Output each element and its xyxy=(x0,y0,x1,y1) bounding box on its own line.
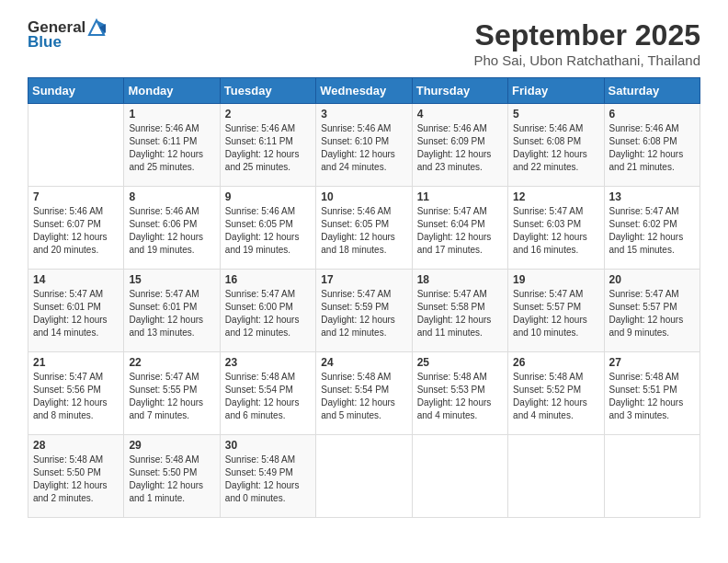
cell-w1-d5: 4Sunrise: 5:46 AM Sunset: 6:09 PM Daylig… xyxy=(412,104,507,187)
day-detail-6: Sunrise: 5:46 AM Sunset: 6:08 PM Dayligh… xyxy=(609,122,695,174)
day-detail-10: Sunrise: 5:46 AM Sunset: 6:05 PM Dayligh… xyxy=(321,205,406,257)
cell-w1-d7: 6Sunrise: 5:46 AM Sunset: 6:08 PM Daylig… xyxy=(604,104,700,187)
cell-w5-d1: 28Sunrise: 5:48 AM Sunset: 5:50 PM Dayli… xyxy=(28,435,124,518)
day-number-10: 10 xyxy=(321,190,406,203)
day-number-22: 22 xyxy=(129,356,214,369)
day-number-17: 17 xyxy=(321,273,406,286)
day-number-3: 3 xyxy=(321,108,406,121)
day-detail-14: Sunrise: 5:47 AM Sunset: 6:01 PM Dayligh… xyxy=(33,288,119,339)
day-detail-8: Sunrise: 5:46 AM Sunset: 6:06 PM Dayligh… xyxy=(129,205,214,257)
day-detail-22: Sunrise: 5:47 AM Sunset: 5:55 PM Dayligh… xyxy=(129,371,214,422)
day-detail-4: Sunrise: 5:46 AM Sunset: 6:09 PM Dayligh… xyxy=(417,122,503,174)
day-detail-2: Sunrise: 5:46 AM Sunset: 6:11 PM Dayligh… xyxy=(225,122,311,174)
day-detail-13: Sunrise: 5:47 AM Sunset: 6:02 PM Dayligh… xyxy=(609,205,695,257)
cell-w4-d3: 23Sunrise: 5:48 AM Sunset: 5:54 PM Dayli… xyxy=(220,352,315,435)
day-number-29: 29 xyxy=(129,439,214,452)
col-header-tuesday: Tuesday xyxy=(220,78,315,104)
cell-w3-d1: 14Sunrise: 5:47 AM Sunset: 6:01 PM Dayli… xyxy=(28,270,124,352)
cell-w4-d7: 27Sunrise: 5:48 AM Sunset: 5:51 PM Dayli… xyxy=(604,352,700,435)
cell-w3-d5: 18Sunrise: 5:47 AM Sunset: 5:58 PM Dayli… xyxy=(412,270,507,352)
cell-w3-d4: 17Sunrise: 5:47 AM Sunset: 5:59 PM Dayli… xyxy=(316,270,412,352)
day-number-20: 20 xyxy=(609,273,695,286)
day-detail-24: Sunrise: 5:48 AM Sunset: 5:54 PM Dayligh… xyxy=(321,371,406,422)
logo: General Blue xyxy=(28,18,106,52)
cell-w3-d7: 20Sunrise: 5:47 AM Sunset: 5:57 PM Dayli… xyxy=(604,270,700,352)
cell-w5-d3: 30Sunrise: 5:48 AM Sunset: 5:49 PM Dayli… xyxy=(220,435,315,518)
week-row-3: 14Sunrise: 5:47 AM Sunset: 6:01 PM Dayli… xyxy=(28,270,700,352)
day-detail-12: Sunrise: 5:47 AM Sunset: 6:03 PM Dayligh… xyxy=(513,205,598,257)
col-header-sunday: Sunday xyxy=(28,78,124,104)
cell-w1-d4: 3Sunrise: 5:46 AM Sunset: 6:10 PM Daylig… xyxy=(316,104,412,187)
cell-w2-d4: 10Sunrise: 5:46 AM Sunset: 6:05 PM Dayli… xyxy=(316,187,412,270)
day-detail-16: Sunrise: 5:47 AM Sunset: 6:00 PM Dayligh… xyxy=(225,288,311,339)
cell-w5-d4 xyxy=(316,435,412,518)
cell-w2-d7: 13Sunrise: 5:47 AM Sunset: 6:02 PM Dayli… xyxy=(604,187,700,270)
week-row-2: 7Sunrise: 5:46 AM Sunset: 6:07 PM Daylig… xyxy=(28,187,700,270)
cell-w1-d2: 1Sunrise: 5:46 AM Sunset: 6:11 PM Daylig… xyxy=(124,104,220,187)
col-header-thursday: Thursday xyxy=(412,78,507,104)
day-number-5: 5 xyxy=(513,108,598,121)
day-detail-21: Sunrise: 5:47 AM Sunset: 5:56 PM Dayligh… xyxy=(33,371,119,422)
day-number-2: 2 xyxy=(225,108,311,121)
cell-w5-d2: 29Sunrise: 5:48 AM Sunset: 5:50 PM Dayli… xyxy=(124,435,220,518)
day-detail-7: Sunrise: 5:46 AM Sunset: 6:07 PM Dayligh… xyxy=(33,205,119,257)
cell-w4-d1: 21Sunrise: 5:47 AM Sunset: 5:56 PM Dayli… xyxy=(28,352,124,435)
cell-w2-d2: 8Sunrise: 5:46 AM Sunset: 6:06 PM Daylig… xyxy=(124,187,220,270)
cell-w1-d3: 2Sunrise: 5:46 AM Sunset: 6:11 PM Daylig… xyxy=(220,104,315,187)
cell-w2-d6: 12Sunrise: 5:47 AM Sunset: 6:03 PM Dayli… xyxy=(508,187,604,270)
cell-w1-d1 xyxy=(28,104,124,187)
calendar-table: SundayMondayTuesdayWednesdayThursdayFrid… xyxy=(28,77,700,518)
main-title: September 2025 xyxy=(473,18,700,52)
day-number-18: 18 xyxy=(417,273,503,286)
day-detail-5: Sunrise: 5:46 AM Sunset: 6:08 PM Dayligh… xyxy=(513,122,598,174)
day-number-28: 28 xyxy=(33,439,119,452)
cell-w2-d3: 9Sunrise: 5:46 AM Sunset: 6:05 PM Daylig… xyxy=(220,187,315,270)
cell-w5-d6 xyxy=(508,435,604,518)
day-number-15: 15 xyxy=(129,273,214,286)
day-number-24: 24 xyxy=(321,356,406,369)
day-detail-30: Sunrise: 5:48 AM Sunset: 5:49 PM Dayligh… xyxy=(225,454,311,505)
day-number-8: 8 xyxy=(129,190,214,203)
day-detail-19: Sunrise: 5:47 AM Sunset: 5:57 PM Dayligh… xyxy=(513,288,598,339)
logo-arrow-icon xyxy=(87,18,106,37)
day-number-23: 23 xyxy=(225,356,311,369)
cell-w3-d6: 19Sunrise: 5:47 AM Sunset: 5:57 PM Dayli… xyxy=(508,270,604,352)
column-headers-row: SundayMondayTuesdayWednesdayThursdayFrid… xyxy=(28,78,700,104)
cell-w2-d5: 11Sunrise: 5:47 AM Sunset: 6:04 PM Dayli… xyxy=(412,187,507,270)
day-detail-27: Sunrise: 5:48 AM Sunset: 5:51 PM Dayligh… xyxy=(609,371,695,422)
day-detail-11: Sunrise: 5:47 AM Sunset: 6:04 PM Dayligh… xyxy=(417,205,503,257)
day-number-6: 6 xyxy=(609,108,695,121)
week-row-1: 1Sunrise: 5:46 AM Sunset: 6:11 PM Daylig… xyxy=(28,104,700,187)
cell-w4-d5: 25Sunrise: 5:48 AM Sunset: 5:53 PM Dayli… xyxy=(412,352,507,435)
day-detail-3: Sunrise: 5:46 AM Sunset: 6:10 PM Dayligh… xyxy=(321,122,406,174)
cell-w1-d6: 5Sunrise: 5:46 AM Sunset: 6:08 PM Daylig… xyxy=(508,104,604,187)
cell-w3-d3: 16Sunrise: 5:47 AM Sunset: 6:00 PM Dayli… xyxy=(220,270,315,352)
day-number-9: 9 xyxy=(225,190,311,203)
day-number-1: 1 xyxy=(129,108,214,121)
day-detail-17: Sunrise: 5:47 AM Sunset: 5:59 PM Dayligh… xyxy=(321,288,406,339)
day-number-25: 25 xyxy=(417,356,503,369)
day-number-30: 30 xyxy=(225,439,311,452)
cell-w5-d7 xyxy=(604,435,700,518)
cell-w4-d2: 22Sunrise: 5:47 AM Sunset: 5:55 PM Dayli… xyxy=(124,352,220,435)
col-header-monday: Monday xyxy=(124,78,220,104)
cell-w2-d1: 7Sunrise: 5:46 AM Sunset: 6:07 PM Daylig… xyxy=(28,187,124,270)
day-detail-23: Sunrise: 5:48 AM Sunset: 5:54 PM Dayligh… xyxy=(225,371,311,422)
logo-blue-text: Blue xyxy=(28,33,62,52)
col-header-saturday: Saturday xyxy=(604,78,700,104)
day-detail-28: Sunrise: 5:48 AM Sunset: 5:50 PM Dayligh… xyxy=(33,454,119,505)
day-number-12: 12 xyxy=(513,190,598,203)
cell-w5-d5 xyxy=(412,435,507,518)
day-detail-25: Sunrise: 5:48 AM Sunset: 5:53 PM Dayligh… xyxy=(417,371,503,422)
day-detail-1: Sunrise: 5:46 AM Sunset: 6:11 PM Dayligh… xyxy=(129,122,214,174)
day-detail-20: Sunrise: 5:47 AM Sunset: 5:57 PM Dayligh… xyxy=(609,288,695,339)
day-detail-29: Sunrise: 5:48 AM Sunset: 5:50 PM Dayligh… xyxy=(129,454,214,505)
day-detail-9: Sunrise: 5:46 AM Sunset: 6:05 PM Dayligh… xyxy=(225,205,311,257)
day-number-13: 13 xyxy=(609,190,695,203)
day-detail-18: Sunrise: 5:47 AM Sunset: 5:58 PM Dayligh… xyxy=(417,288,503,339)
col-header-friday: Friday xyxy=(508,78,604,104)
day-number-21: 21 xyxy=(33,356,119,369)
cell-w4-d4: 24Sunrise: 5:48 AM Sunset: 5:54 PM Dayli… xyxy=(316,352,412,435)
header: General Blue September 2025 Pho Sai, Ubo… xyxy=(28,18,700,68)
cell-w4-d6: 26Sunrise: 5:48 AM Sunset: 5:52 PM Dayli… xyxy=(508,352,604,435)
